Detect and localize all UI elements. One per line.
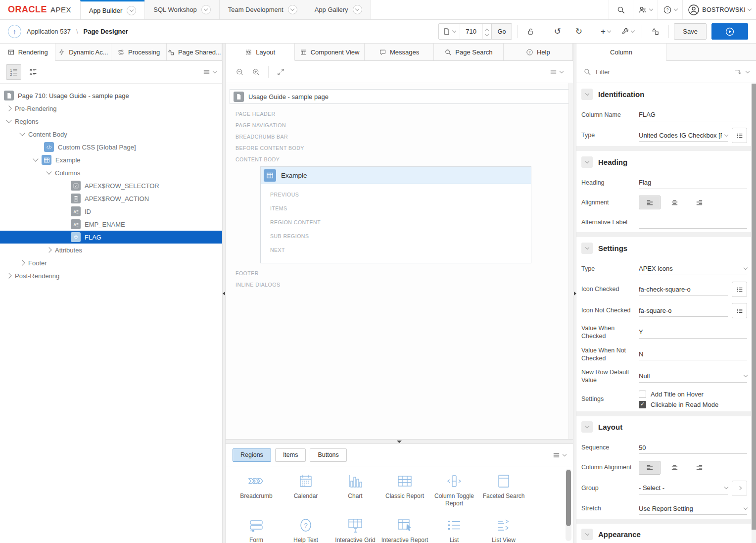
icon-not-checked-lov-button[interactable]	[732, 303, 747, 318]
gallery-item-list[interactable]: List	[429, 517, 479, 543]
collapse-section-button[interactable]	[581, 156, 593, 168]
property-scrollbar-thumb[interactable]	[752, 84, 756, 530]
icon-not-checked-input[interactable]	[639, 304, 728, 317]
page-number-input[interactable]	[460, 24, 482, 39]
tree-item-emp-ename-column[interactable]: EMP_ENAME	[0, 218, 222, 231]
gallery-tab-buttons[interactable]: Buttons	[310, 448, 346, 462]
admin-menu-button[interactable]	[633, 0, 658, 19]
tree-item-post-rendering[interactable]: Post-Rendering	[0, 269, 222, 282]
collapse-section-button[interactable]	[581, 89, 593, 100]
slot-previous[interactable]: PREVIOUS	[261, 188, 531, 201]
expand-icon[interactable]	[6, 105, 11, 111]
stretch-select[interactable]: Use Report Setting	[639, 502, 747, 515]
value-when-checked-input[interactable]	[639, 326, 747, 339]
gallery-item-breadcrumb[interactable]: Breadcrumb	[232, 473, 281, 507]
tree-item-columns[interactable]: Columns	[0, 166, 222, 179]
filter-input[interactable]	[596, 68, 729, 76]
example-region-header[interactable]: Example	[261, 167, 531, 184]
value-when-not-checked-input[interactable]	[639, 348, 747, 360]
expand-icon[interactable]	[277, 68, 285, 76]
slot-before-content-body[interactable]: BEFORE CONTENT BODY	[230, 142, 569, 153]
slot-breadcrumb-bar[interactable]: BREADCRUMB BAR	[230, 131, 569, 142]
tree-item-page[interactable]: Page 710: Usage Guide - sample page	[0, 89, 222, 102]
tab-rendering[interactable]: Rendering	[0, 44, 55, 61]
tab-column[interactable]: Column	[576, 44, 666, 61]
tab-processing[interactable]: Processing	[111, 44, 167, 60]
collapse-icon[interactable]	[46, 169, 51, 174]
gallery-item-help-text[interactable]: Help Text	[281, 517, 331, 543]
tab-sql-workshop[interactable]: SQL Workshop	[144, 0, 219, 19]
goto-group-icon[interactable]	[734, 68, 742, 76]
application-link[interactable]: Application 537	[27, 28, 71, 35]
slot-next[interactable]: NEXT	[261, 243, 531, 257]
gallery-tab-items[interactable]: Items	[275, 448, 306, 462]
collapse-left-handle[interactable]	[223, 292, 225, 296]
slot-items[interactable]: ITEMS	[261, 201, 531, 215]
tree-item-custom-css[interactable]: Custom CSS [Global Page]	[0, 141, 222, 153]
order-by-sequence-button[interactable]	[6, 64, 21, 80]
up-arrow-icon[interactable]: ↑	[8, 25, 21, 38]
collapse-icon[interactable]	[19, 130, 25, 136]
tab-page-shared-components[interactable]: Page Shared...	[167, 44, 222, 60]
gallery-item-form[interactable]: Form	[232, 517, 281, 543]
tree-item-pre-rendering[interactable]: Pre-Rendering	[0, 102, 222, 115]
slot-content-body[interactable]: CONTENT BODY	[230, 153, 569, 165]
tree-item-regions[interactable]: Regions	[0, 115, 222, 128]
tree-item-footer[interactable]: Footer	[0, 256, 222, 269]
heading-input[interactable]	[639, 177, 747, 189]
icon-checked-lov-button[interactable]	[732, 282, 747, 297]
tab-component-view[interactable]: Component View	[295, 44, 364, 60]
tree-item-row-action[interactable]: APEX$ROW_ACTION	[0, 192, 222, 205]
save-button[interactable]: Save	[674, 23, 707, 40]
user-menu-button[interactable]: BOSTROWSKI	[682, 0, 756, 19]
collapse-icon[interactable]	[33, 156, 38, 161]
sequence-input[interactable]	[639, 442, 747, 454]
chevron-down-icon[interactable]	[288, 5, 297, 14]
gallery-item-list-view[interactable]: List View	[479, 517, 528, 543]
slot-region-content[interactable]: REGION CONTENT	[261, 215, 531, 229]
align-right-button[interactable]	[688, 196, 710, 209]
order-by-type-button[interactable]	[25, 64, 41, 80]
chevron-down-icon[interactable]	[746, 69, 750, 73]
tab-app-gallery[interactable]: App Gallery	[306, 0, 371, 19]
type-select[interactable]: United Codes IG Checkbox [Pl	[639, 129, 728, 142]
right-splitter[interactable]	[573, 44, 576, 543]
settings-type-select[interactable]: APEX icons	[639, 263, 747, 275]
help-menu-button[interactable]	[658, 0, 682, 19]
gallery-menu-button[interactable]	[552, 451, 566, 459]
tab-help[interactable]: Help	[504, 44, 573, 60]
gallery-tab-regions[interactable]: Regions	[233, 448, 271, 462]
tree-menu-button[interactable]	[202, 68, 216, 76]
tab-messages[interactable]: Messages	[365, 44, 434, 60]
page-picker-button[interactable]	[439, 24, 460, 39]
page-number-stepper[interactable]	[482, 24, 491, 39]
left-splitter[interactable]	[222, 44, 226, 543]
align-center-button[interactable]	[663, 196, 685, 209]
create-menu-button[interactable]: +	[597, 23, 614, 40]
align-center-button[interactable]	[663, 461, 685, 475]
undo-button[interactable]: ↺	[549, 23, 566, 40]
checkbox-clickable-in-read-mode[interactable]: Clickable in Read Mode	[639, 401, 718, 408]
collapse-section-button[interactable]	[581, 529, 593, 540]
slot-inline-dialogs[interactable]: INLINE DIALOGS	[230, 279, 569, 290]
collapse-section-button[interactable]	[581, 421, 593, 433]
icon-checked-input[interactable]	[639, 283, 728, 296]
tab-app-builder[interactable]: App Builder	[80, 0, 144, 19]
tab-dynamic-actions[interactable]: Dynamic Ac...	[55, 44, 111, 60]
gallery-splitter[interactable]	[226, 439, 573, 444]
type-lov-button[interactable]	[732, 128, 747, 143]
expand-icon[interactable]	[46, 247, 51, 252]
shared-components-button[interactable]	[647, 23, 663, 40]
gallery-item-column-toggle-report[interactable]: Column Toggle Report	[429, 473, 479, 507]
slot-page-navigation[interactable]: PAGE NAVIGATION	[230, 119, 569, 131]
slot-sub-regions[interactable]: SUB REGIONS	[261, 229, 531, 243]
gallery-item-faceted-search[interactable]: Faceted Search	[479, 473, 528, 507]
zoom-in-icon[interactable]	[252, 68, 260, 76]
group-select[interactable]: - Select -	[639, 482, 728, 494]
slot-footer[interactable]: FOOTER	[230, 267, 569, 279]
checkbox-add-title-on-hover[interactable]: Add Title on Hover	[639, 391, 718, 398]
example-region[interactable]: Example PREVIOUS ITEMS REGION CONTENT SU…	[260, 166, 531, 263]
collapse-section-button[interactable]	[581, 243, 593, 254]
tree-item-id-column[interactable]: ID	[0, 205, 222, 218]
layout-menu-button[interactable]	[549, 68, 563, 76]
